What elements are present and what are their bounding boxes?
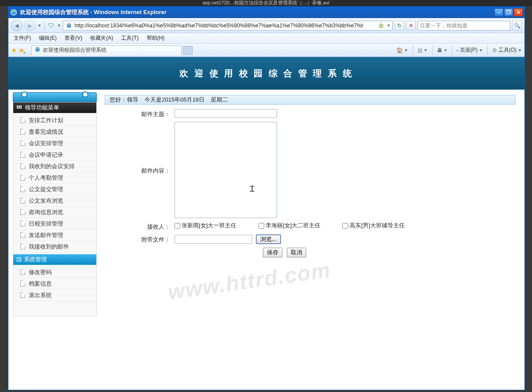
print-button[interactable]: 🖶▼	[437, 47, 448, 53]
sidebar-item-8[interactable]: 咨询信息浏览	[13, 207, 96, 218]
window-title: 欢迎使用校园综合管理系统 - Windows Internet Explorer	[20, 8, 494, 16]
forward-button[interactable]: ►	[24, 20, 36, 31]
svg-point-1	[67, 23, 72, 28]
doc-icon	[20, 198, 25, 204]
menu-tools[interactable]: 工具(T)	[118, 34, 142, 43]
doc-icon	[20, 292, 25, 298]
shield-icon[interactable]: 🛡	[47, 22, 55, 30]
doc-icon	[20, 117, 25, 123]
menu-edit[interactable]: 编辑(E)	[35, 34, 60, 43]
doc-icon	[20, 129, 25, 135]
search-button[interactable]: 🔍	[512, 21, 522, 30]
url-input[interactable]	[75, 23, 375, 29]
sidebar-item-1[interactable]: 查看完成情况	[13, 126, 96, 138]
greeting-text: 您好：领导	[110, 96, 138, 104]
tab-toolbar: ★ ★+ 欢迎使用校园综合管理系统 🏠▼ ▤▼ 🖶▼ ▫页面(P)▼ ⚙工具(O…	[8, 44, 524, 57]
sidebar-item-3[interactable]: 会议申请记录	[13, 149, 96, 161]
host-titlebar-hint: asp.net1720…校园方法综合会议及管理系统（…）录像.avi	[0, 0, 532, 6]
doc-icon	[20, 209, 25, 215]
maximize-button[interactable]: ❐	[504, 8, 513, 16]
file-path-input[interactable]	[175, 235, 252, 244]
recipient-checkbox-1[interactable]	[258, 223, 264, 229]
search-input[interactable]	[420, 23, 508, 29]
minimize-button[interactable]: ─	[494, 8, 503, 16]
doc-icon	[20, 163, 25, 169]
sidebar-slider[interactable]	[13, 92, 97, 102]
browser-tab[interactable]: 欢迎使用校园综合管理系统	[31, 45, 182, 55]
tab-title: 欢迎使用校园综合管理系统	[43, 46, 106, 54]
sidebar-item-0[interactable]: 安排工作计划	[13, 115, 96, 126]
svg-point-2	[35, 47, 40, 52]
sidebar-item-7[interactable]: 公文发布浏览	[13, 195, 96, 207]
slider-knob-right[interactable]	[82, 91, 88, 98]
ie-window: 欢迎使用校园综合管理系统 - Windows Internet Explorer…	[8, 6, 525, 390]
compat-icon[interactable]: ◍	[377, 22, 385, 30]
weekday-text: 星期二	[211, 96, 228, 104]
subject-input[interactable]	[175, 109, 277, 118]
sidebar-item-6[interactable]: 公文提交管理	[13, 184, 96, 195]
save-button[interactable]: 保存	[263, 248, 282, 257]
sidebar-item-9[interactable]: 日程安排管理	[13, 218, 96, 230]
add-favorites-icon[interactable]: ★+	[19, 46, 24, 54]
cancel-button[interactable]: 取消	[287, 248, 306, 257]
doc-icon	[20, 221, 25, 226]
sys-item-1[interactable]: 档案信息	[13, 278, 96, 290]
close-button[interactable]: ✕	[514, 8, 523, 16]
page-menu[interactable]: ▫页面(P)▼	[457, 46, 483, 54]
sidebar-header-system[interactable]: 系统管理	[13, 254, 96, 265]
attach-label: 附带文件：	[108, 234, 175, 244]
stop-button[interactable]: ✕	[406, 21, 416, 30]
rss-button[interactable]: ▤▼	[418, 47, 428, 53]
ie-icon	[10, 9, 17, 16]
recipient-checkbox-2[interactable]	[342, 223, 348, 229]
sidebar-item-5[interactable]: 个人考勤管理	[13, 172, 96, 184]
content-label: 邮件内容：	[108, 166, 175, 175]
browse-button[interactable]: 浏览...	[256, 234, 281, 244]
subject-label: 邮件主题：	[108, 109, 175, 118]
doc-icon	[20, 140, 25, 146]
date-text: 今天是2015年05月19日	[144, 96, 205, 104]
menu-file[interactable]: 文件(F)	[10, 34, 34, 43]
sys-item-0[interactable]: 修改密码	[13, 267, 96, 278]
window-titlebar: 欢迎使用校园综合管理系统 - Windows Internet Explorer…	[8, 7, 524, 18]
svg-point-0	[11, 10, 17, 15]
doc-icon	[20, 186, 25, 192]
browser-viewport: 欢 迎 使 用 校 园 综 合 管 理 系 统 您好：领导 今天是2015年05…	[8, 57, 524, 390]
menu-favorites[interactable]: 收藏夹(A)	[87, 34, 117, 43]
doc-icon	[20, 244, 25, 249]
nav-history-dropdown[interactable]: ▼	[38, 23, 42, 28]
ie-page-icon	[65, 22, 73, 30]
sidebar-header-leader: 领导功能菜单	[13, 102, 96, 113]
address-bar-row: ◄ ► ▼ 🛡 ▼ ◍ ▼ ↻ ✕ 🔍	[8, 18, 524, 33]
content-textarea[interactable]	[175, 122, 277, 218]
sidebar-item-11[interactable]: 我接收到的邮件	[13, 241, 96, 253]
menu-view[interactable]: 查看(V)	[61, 34, 86, 43]
favorites-star-icon[interactable]: ★	[11, 46, 17, 54]
address-bar[interactable]: ◍ ▼	[63, 21, 393, 30]
recipient-label: 接收人：	[108, 222, 175, 231]
slider-knob-left[interactable]	[21, 91, 27, 98]
grid-icon	[17, 106, 22, 110]
list-icon	[17, 257, 21, 262]
sidebar: 领导功能菜单 安排工作计划查看完成情况会议安排管理会议申请记录我收到的会议安排个…	[13, 92, 97, 317]
back-button[interactable]: ◄	[11, 20, 23, 31]
sidebar-item-4[interactable]: 我收到的会议安排	[13, 161, 96, 172]
sidebar-item-10[interactable]: 发送邮件管理	[13, 230, 96, 241]
sys-item-2[interactable]: 退出系统	[13, 290, 96, 301]
doc-icon	[20, 281, 25, 286]
app-banner: 欢 迎 使 用 校 园 综 合 管 理 系 统	[8, 57, 524, 90]
recipient-option-1[interactable]: 李海丽[女]大二班主任	[258, 222, 320, 230]
recipient-option-2[interactable]: 高东[男]大班辅导主任	[342, 222, 404, 230]
menu-help[interactable]: 帮助(H)	[143, 34, 168, 43]
tools-menu[interactable]: ⚙工具(O)▼	[492, 46, 522, 54]
sidebar-item-2[interactable]: 会议安排管理	[13, 138, 96, 149]
home-button[interactable]: 🏠▼	[396, 47, 408, 53]
doc-icon	[20, 175, 25, 181]
recipient-option-0[interactable]: 张新雨[女]大一班主任	[175, 222, 236, 230]
refresh-button[interactable]: ↻	[395, 21, 404, 30]
status-row: 您好：领导 今天是2015年05月19日 星期二	[105, 95, 516, 105]
tab-loading-box	[183, 46, 193, 55]
search-box[interactable]	[418, 21, 510, 30]
recipient-checkbox-0[interactable]	[175, 223, 180, 229]
ie-page-icon	[34, 46, 41, 54]
